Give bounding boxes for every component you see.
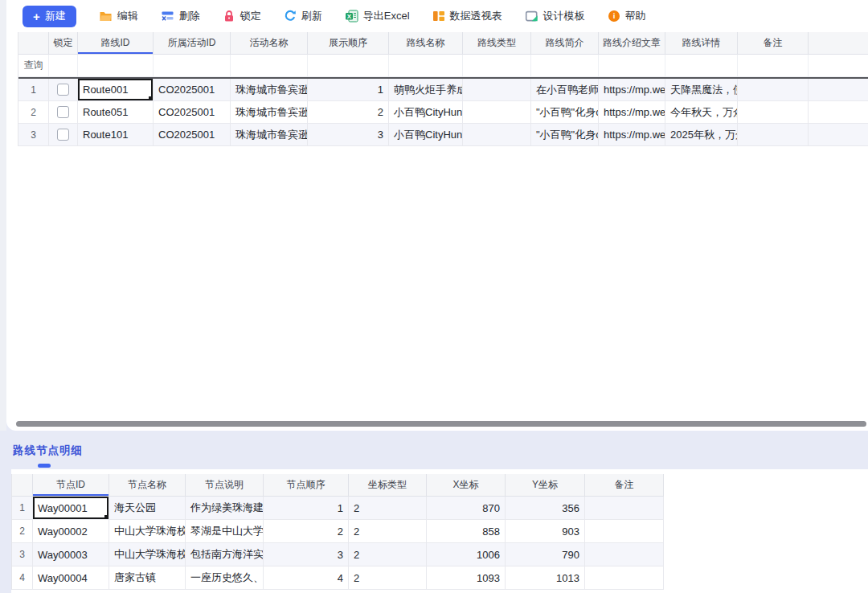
row-number[interactable]: 1 [12,497,33,520]
node-id-cell[interactable]: Way00001 [33,497,109,520]
lock-cell[interactable] [49,101,78,124]
route-name-cell[interactable]: 小百鸭CityHunt市井 [389,124,463,146]
route-id-cell[interactable]: Route101 [78,124,154,146]
filter-cell-route-article[interactable] [599,55,665,77]
display-order-cell[interactable]: 2 [308,101,389,124]
column-header-remark[interactable]: 备注 [585,474,664,497]
route-article-cell[interactable]: https://mp.weixin.c [599,101,665,124]
row-number[interactable]: 3 [12,543,33,566]
column-header-node-id[interactable]: 节点ID [33,474,109,497]
activity-id-cell[interactable]: CO2025001 [154,79,231,101]
column-header-coord-type[interactable]: 坐标类型 [349,474,427,497]
route-type-cell[interactable] [463,101,531,124]
filter-cell-lock[interactable] [49,55,78,77]
lock-checkbox[interactable] [57,106,69,118]
route-detail-cell[interactable]: 天降黑魔法，使诸国 [665,79,738,101]
node-name-cell[interactable]: 唐家古镇 [109,566,186,590]
display-order-cell[interactable]: 1 [308,79,389,101]
filter-cell-activity-id[interactable] [154,55,231,77]
filter-cell-activity-name[interactable] [231,55,308,77]
y-cell[interactable]: 790 [506,543,585,566]
display-order-cell[interactable]: 3 [308,124,389,146]
node-id-cell[interactable]: Way00002 [33,520,109,543]
column-header-route-type[interactable]: 路线类型 [463,32,531,55]
row-number[interactable]: 2 [18,101,49,124]
column-header-route-intro[interactable]: 路线简介 [531,32,599,55]
column-header-display-order[interactable]: 展示顺序 [308,32,389,55]
lock-cell[interactable] [49,79,78,101]
node-order-cell[interactable]: 4 [264,566,349,590]
filter-cell-remark[interactable] [738,55,809,77]
activity-name-cell[interactable]: 珠海城市鲁宾逊 [231,101,308,124]
coord-type-cell[interactable]: 2 [349,497,427,520]
filter-cell-display-order[interactable] [308,55,389,77]
x-cell[interactable]: 1006 [427,543,506,566]
refresh-button[interactable]: 刷新 [284,9,322,23]
column-header-lock[interactable]: 锁定 [49,32,78,55]
pivot-table-button[interactable]: 数据透视表 [432,9,502,23]
corner-header-cell[interactable] [18,32,49,55]
y-cell[interactable]: 903 [506,520,585,543]
design-template-button[interactable]: 设计模板 [525,9,585,23]
remark-cell[interactable] [738,124,809,146]
column-header-node-name[interactable]: 节点名称 [109,474,186,497]
route-id-cell[interactable]: Route051 [78,101,154,124]
node-desc-cell[interactable]: 作为绿美珠海建设的 [186,497,264,520]
edit-button[interactable]: 编辑 [99,9,138,23]
node-desc-cell[interactable]: 琴湖是中山大学珠海 [186,520,264,543]
activity-id-cell[interactable]: CO2025001 [154,101,231,124]
node-id-cell[interactable]: Way00003 [33,543,109,566]
coord-type-cell[interactable]: 2 [349,520,427,543]
column-header-route-id[interactable]: 路线ID [78,32,154,55]
row-number[interactable]: 3 [18,124,49,146]
delete-button[interactable]: 删除 [161,9,200,23]
node-order-cell[interactable]: 3 [264,543,349,566]
node-desc-cell[interactable]: 包括南方海洋实验室 [186,543,264,566]
x-cell[interactable]: 1093 [427,566,506,590]
column-header-x[interactable]: X坐标 [427,474,506,497]
activity-name-cell[interactable]: 珠海城市鲁宾逊 [231,124,308,146]
remark-cell[interactable] [585,543,664,566]
remark-cell[interactable] [585,497,664,520]
node-name-cell[interactable]: 海天公园 [109,497,186,520]
lock-cell[interactable] [49,124,78,146]
corner-header-cell[interactable] [12,474,33,497]
column-header-route-article[interactable]: 路线介绍文章 [599,32,665,55]
y-cell[interactable]: 1013 [506,566,585,590]
activity-id-cell[interactable]: CO2025001 [154,124,231,146]
route-type-cell[interactable] [463,124,531,146]
row-number[interactable]: 1 [18,79,49,101]
filter-cell-route-intro[interactable] [531,55,599,77]
coord-type-cell[interactable]: 2 [349,543,427,566]
route-intro-cell[interactable]: 在小百鸭老师的带领 [531,79,599,101]
column-header-node-desc[interactable]: 节点说明 [186,474,264,497]
remark-cell[interactable] [738,101,809,124]
new-button[interactable]: + 新建 [23,6,76,27]
remark-cell[interactable] [585,520,664,543]
column-header-route-name[interactable]: 路线名称 [389,32,463,55]
node-name-cell[interactable]: 中山大学珠海校区琴 [109,520,186,543]
route-article-cell[interactable]: https://mp.weixin.c [599,124,665,146]
column-header-activity-id[interactable]: 所属活动ID [154,32,231,55]
coord-type-cell[interactable]: 2 [349,566,427,590]
route-intro-cell[interactable]: "小百鸭"化身cityhun [531,124,599,146]
filter-cell-route-type[interactable] [463,55,531,77]
x-cell[interactable]: 858 [427,520,506,543]
node-order-cell[interactable]: 1 [264,497,349,520]
column-header-remark[interactable]: 备注 [738,32,809,55]
row-number[interactable]: 2 [12,520,33,543]
horizontal-scrollbar-thumb[interactable] [16,421,866,427]
node-desc-cell[interactable]: 一座历史悠久、文化 [186,566,264,590]
lock-checkbox[interactable] [57,84,69,96]
node-name-cell[interactable]: 中山大学珠海校区海 [109,543,186,566]
node-order-cell[interactable]: 2 [264,520,349,543]
route-detail-cell[interactable]: 2025年秋，万众瞩目 [665,124,738,146]
route-name-cell[interactable]: 小百鸭CityHunt海滨 [389,101,463,124]
route-intro-cell[interactable]: "小百鸭"化身cityhun [531,101,599,124]
row-number[interactable]: 4 [12,566,33,590]
route-id-cell[interactable]: Route001 [78,79,154,101]
column-header-route-detail[interactable]: 路线详情 [665,32,738,55]
export-excel-button[interactable]: X 导出Excel [345,9,410,23]
route-type-cell[interactable] [463,79,531,101]
column-header-y[interactable]: Y坐标 [506,474,585,497]
